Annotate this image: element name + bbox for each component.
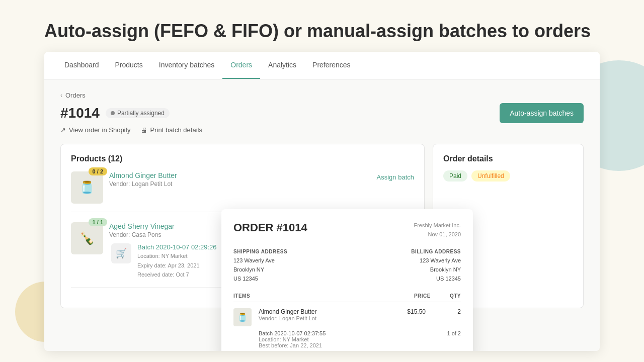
receipt-batch-row: Batch 2020-10-07 02:37:55 Location: NY M… [233, 330, 461, 348]
receipt-items-header: ITEMS PRICE QTY [233, 293, 461, 302]
receipt-meta: Freshly Market Inc. Nov 01, 2020 [414, 221, 461, 239]
main-grid: Products (12) 🫙 0 / 2 Almond Ginger Butt… [60, 144, 584, 308]
receipt-header: ORDER #1014 Freshly Market Inc. Nov 01, … [233, 221, 461, 239]
nav-bar: Dashboard Products Inventory batches Ord… [44, 52, 600, 79]
qty-badge-almond: 0 / 2 [89, 167, 107, 175]
product-vendor-almond: Vendor: Logan Petit Lot [109, 180, 371, 188]
billing-line1: 123 Waverly Ave [351, 256, 461, 265]
product-image-almond: 🫙 [71, 171, 103, 204]
badge-paid: Paid [443, 170, 467, 182]
assign-batch-button-almond[interactable]: Assign batch [377, 171, 414, 183]
qty-col-label: QTY [431, 293, 461, 299]
receipt-company: Freshly Market Inc. [414, 221, 461, 230]
product-img-wrap-vinegar: 🍾 1 / 1 [71, 222, 103, 254]
status-label: Partially assigned [117, 110, 165, 117]
product-img-wrap: 🫙 0 / 2 [71, 171, 103, 204]
product-info-almond: Almond Ginger Butter Vendor: Logan Petit… [109, 171, 371, 188]
shipping-address-block: SHIPPING ADDRESS 123 Waverly Ave Brookly… [233, 249, 343, 283]
app-window: Dashboard Products Inventory batches Ord… [44, 52, 600, 351]
receipt-item-details: Almond Ginger Butter Vendor: Logan Petit… [259, 308, 380, 321]
price-col-label: PRICE [390, 293, 431, 299]
shipping-line1: 123 Waverly Ave [233, 256, 343, 265]
order-title-row: #1014 Partially assigned [60, 105, 170, 121]
badge-unfulfilled: Unfulfilled [471, 170, 510, 182]
receipt-batch-best-before: Best before: Jan 22, 2021 [259, 342, 426, 348]
receipt-item-vendor: Vendor: Logan Petit Lot [259, 315, 380, 321]
breadcrumb-arrow-icon: ‹ [60, 92, 62, 99]
billing-line3: US 12345 [351, 275, 461, 284]
receipt-item-price: $15.50 [385, 308, 426, 315]
order-number: #1014 [60, 105, 100, 121]
shipping-line3: US 12345 [233, 275, 343, 284]
nav-item-orders[interactable]: Orders [222, 52, 260, 79]
batch-icon: 🛒 [111, 243, 131, 263]
nav-item-inventory-batches[interactable]: Inventory batches [151, 52, 223, 79]
receipt-order-number: ORDER #1014 [233, 221, 307, 234]
billing-address-block: BILLING ADDRESS 123 Waverly Ave Brooklyn… [351, 249, 461, 283]
nav-item-dashboard[interactable]: Dashboard [56, 52, 107, 79]
receipt-batch-qty: 1 of 2 [431, 330, 461, 348]
receipt-overlay: ORDER #1014 Freshly Market Inc. Nov 01, … [221, 209, 473, 351]
order-panel-title: Order details [443, 154, 573, 163]
print-icon: 🖨 [141, 126, 147, 134]
billing-line2: Brooklyn NY [351, 265, 461, 275]
receipt-item-image: 🫙 [233, 308, 252, 326]
receipt-batch-name: Batch 2020-10-07 02:37:55 [259, 330, 426, 336]
receipt-item-name: Almond Ginger Butter [259, 308, 380, 315]
shipping-line2: Brooklyn NY [233, 265, 343, 275]
print-batch-link[interactable]: 🖨 Print batch details [141, 126, 202, 134]
shipping-label: SHIPPING ADDRESS [233, 249, 343, 254]
items-col-label: ITEMS [233, 293, 390, 299]
product-item: 🫙 0 / 2 Almond Ginger Butter Vendor: Log… [71, 171, 414, 212]
order-badges: Paid Unfulfilled [443, 170, 573, 182]
receipt-date: Nov 01, 2020 [414, 230, 461, 239]
view-shopify-label: View order in Shopify [69, 126, 131, 134]
product-image-vinegar: 🍾 [71, 222, 103, 254]
breadcrumb-label: Orders [65, 92, 86, 99]
receipt-item-almond: 🫙 Almond Ginger Butter Vendor: Logan Pet… [233, 308, 461, 326]
billing-label: BILLING ADDRESS [351, 249, 461, 254]
status-badge: Partially assigned [106, 108, 170, 118]
print-batch-label: Print batch details [150, 126, 202, 134]
receipt-batch-location: Location: NY Market [259, 336, 426, 342]
receipt-item-qty: 2 [431, 308, 461, 315]
products-panel-title: Products (12) [71, 154, 414, 163]
content-area: ‹ Orders #1014 Partially assigned Auto-a… [44, 79, 600, 351]
receipt-batch-info: Batch 2020-10-07 02:37:55 Location: NY M… [259, 330, 426, 348]
nav-item-preferences[interactable]: Preferences [304, 52, 358, 79]
page-heading: Auto-assign (FEFO & FIFO) or manual-assi… [0, 0, 644, 52]
receipt-addresses: SHIPPING ADDRESS 123 Waverly Ave Brookly… [233, 249, 461, 283]
status-dot-icon [111, 111, 115, 115]
nav-item-analytics[interactable]: Analytics [260, 52, 304, 79]
order-header: #1014 Partially assigned Auto-assign bat… [60, 103, 584, 123]
auto-assign-button[interactable]: Auto-assign batches [500, 103, 584, 123]
shopify-icon: ↗ [60, 126, 66, 134]
nav-item-products[interactable]: Products [107, 52, 151, 79]
qty-badge-vinegar: 1 / 1 [89, 218, 107, 226]
breadcrumb[interactable]: ‹ Orders [60, 92, 584, 99]
view-shopify-link[interactable]: ↗ View order in Shopify [60, 126, 131, 134]
action-links: ↗ View order in Shopify 🖨 Print batch de… [60, 126, 584, 134]
product-name-almond[interactable]: Almond Ginger Butter [109, 171, 371, 179]
